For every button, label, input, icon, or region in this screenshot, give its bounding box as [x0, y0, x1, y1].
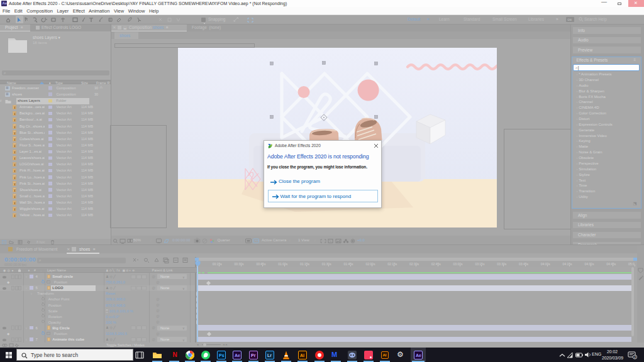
svg-text:2: 2	[634, 355, 636, 359]
